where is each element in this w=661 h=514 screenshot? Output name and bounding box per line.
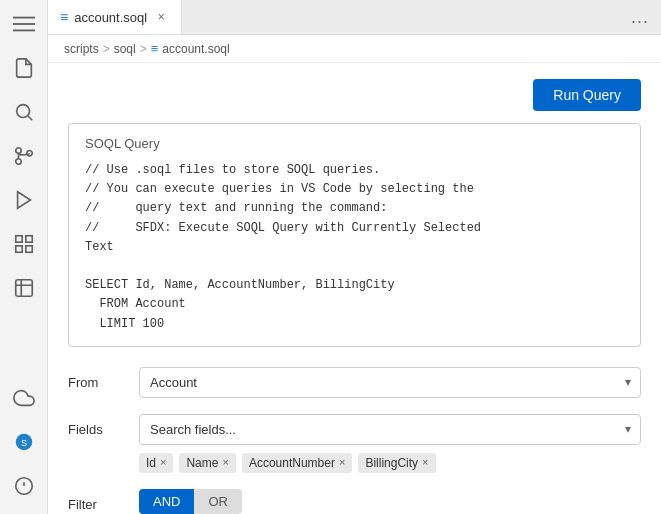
svg-rect-10 xyxy=(25,236,31,242)
fields-select-wrapper: Search fields... ▾ xyxy=(139,414,641,445)
field-tags: Id × Name × AccountNumber × BillingCit xyxy=(139,453,641,473)
svg-text:S: S xyxy=(20,438,26,448)
svg-rect-0 xyxy=(13,17,35,19)
fields-control: Search fields... ▾ Id × Name × xyxy=(139,414,641,473)
more-menu-button[interactable]: ... xyxy=(619,7,661,28)
run-query-button[interactable]: Run Query xyxy=(533,79,641,111)
from-select-wrapper: Account ▾ xyxy=(139,367,641,398)
search-icon[interactable] xyxy=(4,92,44,132)
svg-point-5 xyxy=(15,148,21,154)
tab-account-soql[interactable]: ≡ account.soql × xyxy=(48,0,182,34)
svg-rect-11 xyxy=(25,246,31,252)
svg-point-6 xyxy=(15,159,21,165)
activity-bar: S xyxy=(0,0,48,514)
menu-icon[interactable] xyxy=(4,4,44,44)
breadcrumb-file-icon: ≡ xyxy=(151,41,159,56)
from-label: From xyxy=(68,367,123,390)
tag-billingcity-label: BillingCity xyxy=(365,456,418,470)
info-icon[interactable] xyxy=(4,466,44,506)
tag-name-remove[interactable]: × xyxy=(222,457,228,468)
filter-content: AND OR Field Operator Value Search Field… xyxy=(139,489,641,514)
from-control: Account ▾ xyxy=(139,367,641,398)
breadcrumb-file[interactable]: account.soql xyxy=(162,42,229,56)
deploy-icon[interactable] xyxy=(4,180,44,220)
soql-query-box: SOQL Query // Use .soql files to store S… xyxy=(68,123,641,347)
soql-box-title: SOQL Query xyxy=(85,136,624,151)
tag-accountnumber: AccountNumber × xyxy=(242,453,352,473)
fields-select[interactable]: Search fields... xyxy=(139,414,641,445)
tag-id-remove[interactable]: × xyxy=(160,457,166,468)
content-area: Run Query SOQL Query // Use .soql files … xyxy=(48,63,661,514)
soql-code: // Use .soql files to store SOQL queries… xyxy=(85,161,624,334)
svg-rect-2 xyxy=(13,30,35,32)
svg-point-3 xyxy=(16,105,29,118)
breadcrumb: scripts > soql > ≡ account.soql xyxy=(48,35,661,63)
tab-label: account.soql xyxy=(74,10,147,25)
source-control-icon[interactable] xyxy=(4,136,44,176)
filter-or-button[interactable]: OR xyxy=(194,489,242,514)
tag-name-label: Name xyxy=(186,456,218,470)
from-select[interactable]: Account xyxy=(139,367,641,398)
files-icon[interactable] xyxy=(4,48,44,88)
components-icon[interactable] xyxy=(4,224,44,264)
tag-id: Id × xyxy=(139,453,173,473)
from-row: From Account ▾ xyxy=(68,367,641,398)
fields-row: Fields Search fields... ▾ Id × xyxy=(68,414,641,473)
tag-accountnumber-label: AccountNumber xyxy=(249,456,335,470)
filter-row: Filter AND OR Field Operator Value xyxy=(68,489,641,514)
svg-rect-1 xyxy=(13,23,35,25)
filter-label: Filter xyxy=(68,489,123,512)
svg-line-4 xyxy=(28,116,32,120)
toolbar: Run Query xyxy=(68,79,641,111)
filter-and-button[interactable]: AND xyxy=(139,489,194,514)
fields-label: Fields xyxy=(68,414,123,437)
breadcrumb-sep-2: > xyxy=(140,42,147,56)
tab-file-icon: ≡ xyxy=(60,9,68,25)
svg-marker-8 xyxy=(17,192,30,209)
svg-rect-12 xyxy=(15,246,21,252)
tab-bar: ≡ account.soql × ... xyxy=(48,0,661,35)
tag-accountnumber-remove[interactable]: × xyxy=(339,457,345,468)
filter-toggle: AND OR xyxy=(139,489,641,514)
svg-rect-9 xyxy=(15,236,21,242)
tag-id-label: Id xyxy=(146,456,156,470)
breadcrumb-soql[interactable]: soql xyxy=(114,42,136,56)
tag-billingcity-remove[interactable]: × xyxy=(422,457,428,468)
salesforce-icon[interactable]: S xyxy=(4,422,44,462)
cloud-icon[interactable] xyxy=(4,378,44,418)
breadcrumb-sep-1: > xyxy=(103,42,110,56)
tag-name: Name × xyxy=(179,453,235,473)
tag-billingcity: BillingCity × xyxy=(358,453,435,473)
tab-close-button[interactable]: × xyxy=(153,9,169,25)
test-icon[interactable] xyxy=(4,268,44,308)
main-area: ≡ account.soql × ... scripts > soql > ≡ … xyxy=(48,0,661,514)
breadcrumb-scripts[interactable]: scripts xyxy=(64,42,99,56)
